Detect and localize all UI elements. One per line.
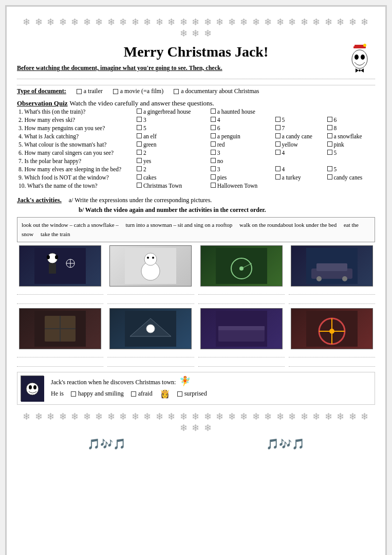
write-line-7a[interactable] — [198, 350, 285, 357]
write-line-1b[interactable] — [17, 297, 103, 304]
cb-q8-2[interactable] — [211, 166, 216, 171]
question-row-1: 1. What's this (on the train)? a gingerb… — [17, 108, 375, 116]
question-row-10: 10. What's the name of the town? Christm… — [17, 182, 375, 190]
cb-q10-2[interactable] — [211, 183, 216, 188]
cb-q5-2[interactable] — [211, 141, 216, 147]
option-trailer: a trailer — [77, 87, 103, 95]
cb-q4-1[interactable] — [137, 133, 142, 138]
cb-q9-1[interactable] — [137, 174, 142, 180]
q3-opt2: 6 — [209, 124, 274, 132]
cb-q3-4[interactable] — [327, 125, 332, 130]
cb-q3-3[interactable] — [275, 125, 281, 130]
svg-rect-9 — [34, 248, 86, 284]
image-7 — [200, 308, 283, 349]
write-line-1a[interactable] — [17, 288, 103, 295]
cb-q1-2[interactable] — [211, 109, 216, 114]
checkbox-documentary[interactable] — [174, 89, 179, 94]
cb-q9-4[interactable] — [327, 174, 332, 180]
write-line-6a[interactable] — [107, 350, 194, 357]
cb-q6-4[interactable] — [327, 150, 332, 155]
image-cell-6 — [107, 308, 194, 368]
reaction-afraid: afraid — [131, 390, 153, 398]
cb-q7-2[interactable] — [211, 158, 216, 163]
q4-text: 4. What is Jack catching? — [17, 132, 135, 140]
svg-point-11 — [47, 255, 50, 259]
svg-point-4 — [354, 55, 359, 60]
checkbox-trailer[interactable] — [77, 89, 82, 94]
cb-q4-2[interactable] — [211, 133, 216, 138]
cb-q7-1[interactable] — [137, 158, 142, 163]
svg-rect-13 — [49, 263, 56, 274]
svg-rect-1 — [354, 45, 365, 47]
cb-q2-4[interactable] — [327, 117, 332, 122]
write-line-2a[interactable] — [107, 288, 194, 295]
cb-q9-2[interactable] — [211, 174, 216, 180]
q8-opt1: 2 — [135, 165, 209, 173]
image-cell-2 — [107, 245, 194, 305]
images-grid-top — [17, 245, 375, 305]
cb-q4-4[interactable] — [327, 133, 332, 138]
q2-opt2: 4 — [209, 116, 274, 124]
observation-section: Observation Quiz Watch the video careful… — [17, 98, 375, 108]
reaction-section: Jack's reaction when he discovers Christ… — [17, 372, 375, 405]
write-line-6b[interactable] — [107, 360, 194, 367]
q6-opt3: 4 — [274, 149, 326, 157]
cb-q8-3[interactable] — [275, 166, 281, 171]
write-line-4a[interactable] — [289, 288, 375, 295]
cb-surprised[interactable] — [177, 391, 182, 397]
write-line-8a[interactable] — [289, 350, 375, 357]
cb-q5-4[interactable] — [327, 141, 332, 147]
q4-opt2: a penguin — [209, 132, 274, 140]
write-line-8b[interactable] — [289, 360, 375, 367]
expr-3: walk on the roundabout look under the be… — [239, 222, 337, 228]
write-line-5b[interactable] — [17, 360, 103, 367]
happy-label: happy and smiling — [78, 390, 124, 398]
cb-q2-2[interactable] — [211, 117, 216, 122]
write-line-4b[interactable] — [289, 297, 375, 304]
cb-q10-1[interactable] — [137, 183, 142, 188]
cb-q3-2[interactable] — [211, 125, 216, 130]
cb-q2-1[interactable] — [137, 117, 142, 122]
activities-instruction-b: b/ Watch the video again and number the … — [79, 206, 375, 214]
image-3 — [200, 245, 283, 287]
write-line-3a[interactable] — [198, 288, 285, 295]
q3-opt4: 8 — [326, 124, 375, 132]
cb-q6-2[interactable] — [211, 150, 216, 155]
option-movie: a movie (=a film) — [113, 87, 163, 95]
svg-point-21 — [152, 257, 154, 259]
question-row-2: 2. How many elves ski? 3 4 5 6 — [17, 116, 375, 124]
q3-text: 3. How many penguins can you see? — [17, 124, 135, 132]
q5-opt1: green — [135, 140, 209, 149]
jack-small-image — [21, 375, 44, 401]
write-line-2b[interactable] — [107, 297, 194, 304]
cb-q5-3[interactable] — [275, 141, 281, 147]
cb-q8-4[interactable] — [327, 166, 332, 171]
activities-section: Jack's activities. a/ Write the expressi… — [17, 195, 375, 368]
cb-q8-1[interactable] — [137, 166, 142, 171]
checkbox-movie[interactable] — [113, 89, 118, 94]
write-line-7b[interactable] — [198, 360, 285, 367]
write-line-3b[interactable] — [198, 297, 285, 304]
svg-rect-39 — [218, 329, 265, 342]
jacks-activities-title: Jack's activities. — [17, 196, 62, 204]
image-5 — [19, 308, 101, 349]
cb-q9-3[interactable] — [275, 174, 281, 180]
q6-text: 6. How many carol singers can you see? — [17, 149, 135, 157]
q5-opt3: yellow — [274, 140, 326, 149]
q7-opt2: no — [209, 157, 274, 165]
cb-q4-3[interactable] — [275, 133, 281, 138]
q4-opt1: an elf — [135, 132, 209, 140]
surprised-face-icon: 🧚 — [179, 376, 191, 386]
cb-happy[interactable] — [71, 391, 76, 397]
cb-q6-3[interactable] — [275, 150, 281, 155]
q6-opt2: 3 — [209, 149, 274, 157]
write-line-5a[interactable] — [17, 350, 103, 357]
cb-q5-1[interactable] — [137, 141, 142, 147]
cb-q6-1[interactable] — [137, 150, 142, 155]
images-grid-bottom — [17, 308, 375, 368]
expr-1: look out the window – catch a snowflake … — [22, 222, 119, 228]
cb-q3-1[interactable] — [137, 125, 142, 130]
cb-q2-3[interactable] — [275, 117, 281, 122]
cb-afraid[interactable] — [131, 391, 136, 397]
cb-q1-1[interactable] — [137, 109, 142, 114]
